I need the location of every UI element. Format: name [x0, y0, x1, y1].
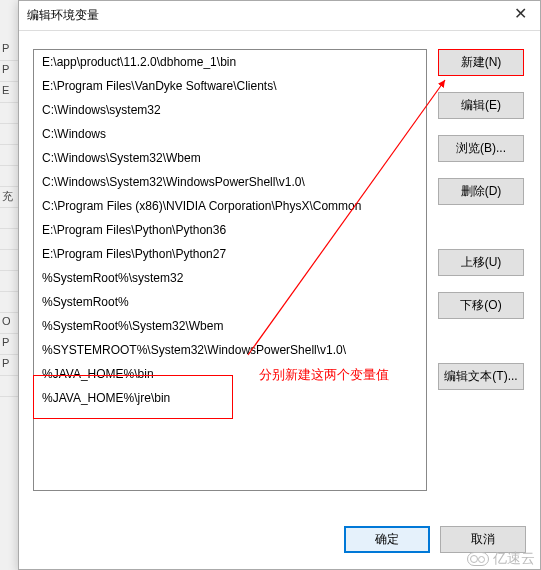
watermark-text: 亿速云 [493, 550, 535, 568]
list-item[interactable]: %SystemRoot% [34, 290, 426, 314]
list-item[interactable]: C:\Windows\System32\Wbem [34, 146, 426, 170]
bg-item [0, 229, 20, 250]
dialog-content: E:\app\product\11.2.0\dbhome_1\bin E:\Pr… [19, 31, 540, 569]
list-item[interactable]: C:\Program Files (x86)\NVIDIA Corporatio… [34, 194, 426, 218]
edit-button[interactable]: 编辑(E) [438, 92, 524, 119]
bg-item [0, 208, 20, 229]
background-list: P P E 充 O P P [0, 40, 20, 540]
annotation-text: 分别新建这两个变量值 [259, 366, 389, 384]
ok-button[interactable]: 确定 [344, 526, 430, 553]
bg-item: P [0, 61, 20, 82]
bg-item: P [0, 334, 20, 355]
list-item[interactable]: %SystemRoot%\system32 [34, 266, 426, 290]
list-item[interactable]: E:\app\product\11.2.0\dbhome_1\bin [34, 50, 426, 74]
list-item[interactable]: E:\Program Files\Python\Python36 [34, 218, 426, 242]
bg-item: O [0, 313, 20, 334]
titlebar[interactable]: 编辑环境变量 ✕ [19, 1, 540, 31]
list-item[interactable]: %JAVA_HOME%\jre\bin [34, 386, 426, 410]
bg-item [0, 166, 20, 187]
bg-item [0, 292, 20, 313]
cancel-button[interactable]: 取消 [440, 526, 526, 553]
list-item[interactable]: E:\Program Files\Python\Python27 [34, 242, 426, 266]
bg-item [0, 103, 20, 124]
new-button[interactable]: 新建(N) [438, 49, 524, 76]
moveup-button[interactable]: 上移(U) [438, 249, 524, 276]
bg-item: E [0, 82, 20, 103]
bg-item [0, 250, 20, 271]
bg-item [0, 124, 20, 145]
list-item[interactable]: C:\Windows\System32\WindowsPowerShell\v1… [34, 170, 426, 194]
button-column: 新建(N) 编辑(E) 浏览(B)... 删除(D) 上移(U) 下移(O) 编… [438, 49, 526, 406]
bg-item [0, 271, 20, 292]
delete-button[interactable]: 删除(D) [438, 178, 524, 205]
bg-item [0, 376, 20, 397]
list-item[interactable]: C:\Windows\system32 [34, 98, 426, 122]
footer-buttons: 确定 取消 [344, 526, 526, 553]
browse-button[interactable]: 浏览(B)... [438, 135, 524, 162]
bg-item: P [0, 355, 20, 376]
dialog-title: 编辑环境变量 [27, 7, 500, 24]
list-item[interactable]: E:\Program Files\VanDyke Software\Client… [34, 74, 426, 98]
close-button[interactable]: ✕ [500, 2, 540, 30]
list-item[interactable]: %SystemRoot%\System32\Wbem [34, 314, 426, 338]
edittext-button[interactable]: 编辑文本(T)... [438, 363, 524, 390]
list-item[interactable]: C:\Windows [34, 122, 426, 146]
list-item[interactable]: %SYSTEMROOT%\System32\WindowsPowerShell\… [34, 338, 426, 362]
bg-item: 充 [0, 187, 20, 208]
edit-env-dialog: 编辑环境变量 ✕ E:\app\product\11.2.0\dbhome_1\… [18, 0, 541, 570]
watermark: 亿速云 [467, 550, 535, 568]
bg-item: P [0, 40, 20, 61]
watermark-icon [467, 552, 489, 566]
movedown-button[interactable]: 下移(O) [438, 292, 524, 319]
bg-item [0, 145, 20, 166]
path-listbox[interactable]: E:\app\product\11.2.0\dbhome_1\bin E:\Pr… [33, 49, 427, 491]
